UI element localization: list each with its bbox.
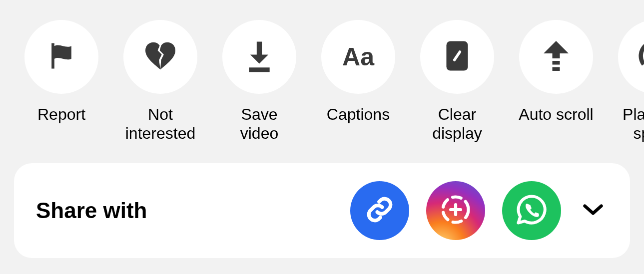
whatsapp-icon	[516, 194, 548, 228]
captions-label: Captions	[327, 105, 390, 124]
captions-aa-icon: Aa	[342, 44, 374, 69]
playback-speed-label: Playback speed	[623, 105, 644, 143]
report-icon-circle	[24, 20, 98, 94]
save-video-icon-circle	[222, 20, 296, 94]
actions-row: Report Not interested Save video	[0, 0, 644, 148]
report-button[interactable]: Report	[24, 20, 99, 124]
svg-rect-4	[553, 67, 560, 71]
not-interested-button[interactable]: Not interested	[123, 20, 198, 143]
download-icon	[244, 39, 275, 75]
playback-speed-button[interactable]: Playback speed	[618, 20, 644, 143]
svg-rect-0	[249, 67, 269, 72]
save-video-label: Save video	[222, 105, 297, 143]
share-card: Share with	[14, 163, 630, 258]
not-interested-icon-circle	[123, 20, 197, 94]
auto-scroll-label: Auto scroll	[519, 105, 593, 124]
speed-gauge-icon	[638, 39, 644, 75]
clear-display-label: Clear display	[432, 105, 482, 143]
not-interested-label: Not interested	[125, 105, 196, 143]
svg-rect-3	[553, 61, 560, 65]
instagram-stories-button[interactable]	[426, 181, 485, 240]
broken-heart-icon	[143, 41, 177, 73]
report-label: Report	[37, 105, 85, 124]
playback-speed-icon-circle	[618, 20, 644, 94]
captions-icon-circle: Aa	[321, 20, 395, 94]
link-icon	[365, 195, 394, 226]
flag-icon	[44, 39, 78, 75]
instagram-story-add-icon	[439, 193, 473, 229]
clear-display-icon-circle	[420, 20, 494, 94]
copy-link-button[interactable]	[350, 181, 409, 240]
expand-share-button[interactable]	[578, 203, 608, 219]
auto-scroll-icon-circle	[519, 20, 593, 94]
chevron-down-icon	[582, 203, 604, 219]
auto-scroll-button[interactable]: Auto scroll	[519, 20, 594, 124]
clear-display-button[interactable]: Clear display	[420, 20, 495, 143]
clear-display-icon	[443, 38, 471, 75]
share-title: Share with	[36, 198, 333, 223]
captions-button[interactable]: Aa Captions	[321, 20, 396, 124]
auto-scroll-arrow-icon	[541, 38, 571, 76]
whatsapp-button[interactable]	[502, 181, 561, 240]
save-video-button[interactable]: Save video	[222, 20, 297, 143]
